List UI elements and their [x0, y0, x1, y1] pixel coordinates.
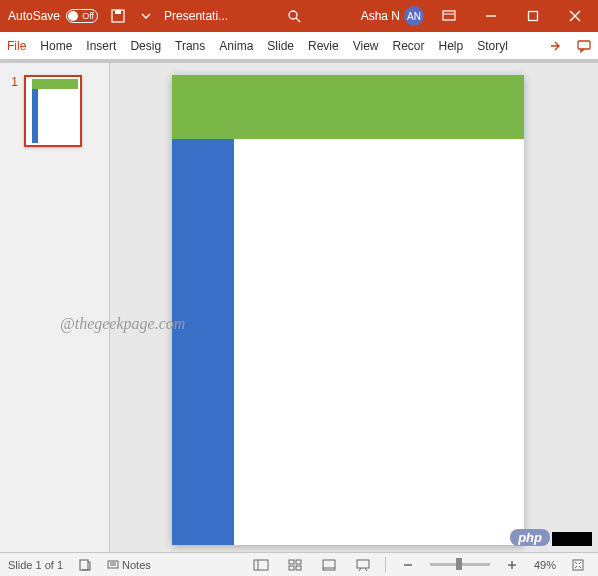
autosave-state: Off — [82, 11, 94, 21]
title-bar: AutoSave Off Presentati... Asha N AN — [0, 0, 598, 32]
share-icon[interactable] — [542, 32, 570, 60]
avatar: AN — [404, 6, 424, 26]
svg-rect-18 — [296, 560, 301, 564]
autosave-group: AutoSave Off — [2, 9, 104, 23]
svg-rect-4 — [443, 11, 455, 20]
notes-label: Notes — [122, 559, 151, 571]
maximize-button[interactable] — [512, 0, 554, 32]
svg-rect-23 — [357, 560, 369, 568]
workspace: 1 — [0, 60, 598, 552]
tab-view[interactable]: View — [346, 32, 386, 60]
overflow-icon[interactable] — [132, 2, 160, 30]
accessibility-icon[interactable] — [73, 555, 97, 575]
close-button[interactable] — [554, 0, 596, 32]
zoom-value[interactable]: 49% — [534, 559, 556, 571]
blue-rectangle — [172, 139, 234, 545]
autosave-toggle[interactable]: Off — [66, 9, 98, 23]
tab-animations[interactable]: Anima — [212, 32, 260, 60]
slide-counter: Slide 1 of 1 — [8, 559, 63, 571]
svg-point-2 — [289, 11, 297, 19]
thumbnail-number: 1 — [8, 75, 18, 147]
autosave-label: AutoSave — [8, 9, 60, 23]
file-name: Presentati... — [160, 9, 232, 23]
user-account[interactable]: Asha N AN — [357, 6, 428, 26]
green-rectangle — [172, 75, 524, 139]
php-badge: php — [510, 529, 550, 546]
ribbon-tabs: File Home Insert Desig Trans Anima Slide… — [0, 32, 598, 60]
svg-rect-10 — [578, 41, 590, 49]
thumb-green-shape — [32, 79, 78, 89]
tab-file[interactable]: File — [0, 32, 33, 60]
tab-insert[interactable]: Insert — [79, 32, 123, 60]
tab-transitions[interactable]: Trans — [168, 32, 212, 60]
slide[interactable] — [172, 75, 524, 545]
tab-slideshow[interactable]: Slide — [260, 32, 301, 60]
search-icon[interactable] — [280, 2, 308, 30]
normal-view-icon[interactable] — [249, 555, 273, 575]
svg-line-3 — [296, 18, 300, 22]
tab-home[interactable]: Home — [33, 32, 79, 60]
ribbon-mode-icon[interactable] — [428, 0, 470, 32]
search-zone — [232, 2, 357, 30]
slide-sorter-icon[interactable] — [283, 555, 307, 575]
tab-record[interactable]: Recor — [385, 32, 431, 60]
slide-thumbnail-pane: 1 — [0, 63, 110, 552]
svg-rect-11 — [80, 560, 88, 570]
svg-rect-20 — [296, 566, 301, 570]
tab-storyline[interactable]: Storyl — [470, 32, 515, 60]
svg-rect-15 — [254, 560, 268, 570]
svg-rect-1 — [115, 10, 121, 14]
svg-rect-7 — [529, 12, 538, 21]
zoom-out-button[interactable] — [396, 555, 420, 575]
svg-rect-29 — [573, 560, 583, 570]
fit-to-window-icon[interactable] — [566, 555, 590, 575]
thumb-blue-shape — [32, 89, 38, 143]
zoom-slider-thumb[interactable] — [456, 558, 462, 570]
slide-thumbnail[interactable] — [24, 75, 82, 147]
svg-rect-19 — [289, 566, 294, 570]
minimize-button[interactable] — [470, 0, 512, 32]
toggle-knob — [68, 11, 78, 21]
reading-view-icon[interactable] — [317, 555, 341, 575]
slideshow-icon[interactable] — [351, 555, 375, 575]
tab-help[interactable]: Help — [432, 32, 471, 60]
thumbnail-row: 1 — [8, 75, 101, 147]
black-overlay — [552, 532, 592, 546]
tab-review[interactable]: Revie — [301, 32, 346, 60]
zoom-slider[interactable] — [430, 563, 490, 566]
tab-design[interactable]: Desig — [123, 32, 168, 60]
avatar-initials: AN — [407, 11, 421, 22]
status-bar: Slide 1 of 1 Notes 49% — [0, 552, 598, 576]
divider — [385, 557, 386, 573]
save-icon[interactable] — [104, 2, 132, 30]
svg-rect-17 — [289, 560, 294, 564]
user-name: Asha N — [361, 9, 400, 23]
zoom-in-button[interactable] — [500, 555, 524, 575]
notes-button[interactable]: Notes — [107, 555, 151, 575]
slide-canvas-pane — [110, 63, 598, 552]
comments-icon[interactable] — [570, 32, 598, 60]
